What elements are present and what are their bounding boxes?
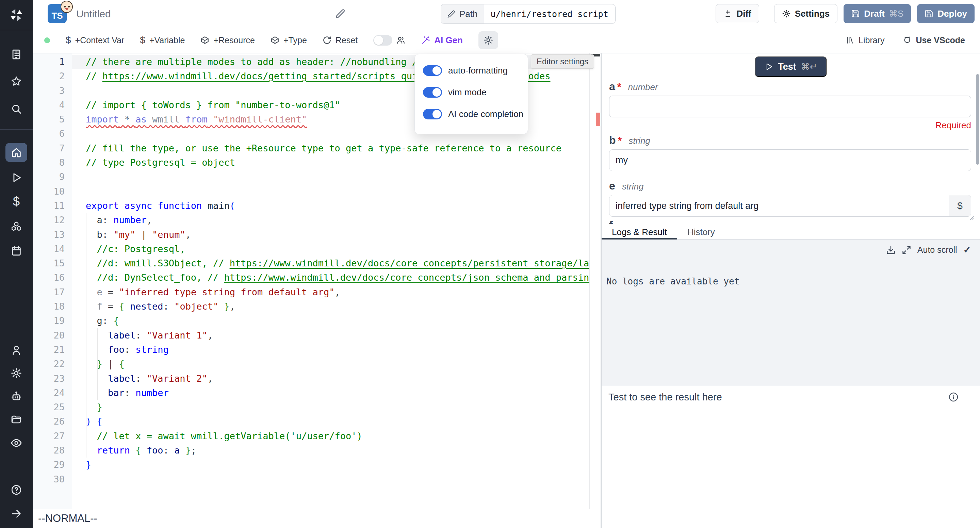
sidebar-item-settings[interactable] [8,365,24,382]
sidebar-item-collapse[interactable] [8,506,24,522]
diff-icon [724,9,732,18]
sidebar-item-workers[interactable] [8,388,24,404]
tab-history[interactable]: History [677,225,725,239]
edit-summary-icon[interactable] [335,8,345,19]
add-context-var-button[interactable]: $+Context Var [66,35,124,46]
line-number: 3 [33,84,65,98]
deploy-button[interactable]: Deploy [917,4,975,23]
multiplayer-toggle[interactable] [373,35,405,46]
sidebar-item-home[interactable] [5,143,27,162]
reset-button[interactable]: Reset [323,35,358,45]
error-marker [596,113,600,126]
line-number: 30 [33,472,65,487]
insert-variable-button[interactable]: $ [949,195,971,216]
code-line: //d: DynSelect_foo, // https://www.windm… [72,270,589,285]
line-number: 23 [33,372,65,386]
toggle-on[interactable] [423,109,442,119]
sidebar-item-resources[interactable] [8,218,24,234]
sidebar-item-folders[interactable] [8,411,24,428]
field-a: a * number Required [609,80,971,130]
toggle-label: AI code completion [448,109,523,119]
line-number: 19 [33,314,65,328]
line-number: 8 [33,156,65,170]
sidebar-item-variables[interactable]: $ [8,194,24,210]
autoscroll-label[interactable]: Auto scroll [917,245,957,255]
add-resource-button[interactable]: +Resource [200,35,255,45]
toggle-on[interactable] [423,87,442,98]
code-line: //d: wmill.S3Object, // https://www.wind… [72,256,589,270]
gear-icon [782,9,791,18]
overview-ruler[interactable] [589,53,601,509]
toggle-off[interactable] [373,35,392,46]
use-vscode-button[interactable]: Use VScode [903,35,965,45]
result-panel: Test to see the result here [601,386,980,528]
toggle-row-ai-code-completion[interactable]: AI code completion [423,103,520,125]
line-number: 12 [33,213,65,227]
dollar-icon: $ [13,195,20,209]
library-button[interactable]: Library [846,35,885,45]
download-icon[interactable] [886,245,896,255]
path-label: Path [460,9,478,19]
field-name: e [609,180,615,192]
field-type: number [628,82,658,92]
toggle-row-auto-formatting[interactable]: auto-formatting [423,60,520,81]
gear-icon [11,367,22,379]
code-line: // type Postgresql = object [72,156,589,170]
sidebar-item-account[interactable] [8,342,24,358]
vscode-icon [903,36,912,45]
draft-button[interactable]: Draft ⌘S [843,4,911,23]
add-type-button[interactable]: +Type [270,35,307,45]
vim-mode-indicator: --NORMAL-- [38,512,97,525]
sidebar-item-help[interactable] [8,482,24,498]
sidebar-item-audit[interactable] [8,435,24,451]
required-asterisk: * [618,135,622,146]
line-number: 22 [33,357,65,371]
sidebar-item-search[interactable] [8,101,24,117]
test-button[interactable]: Test ⌘↵ [755,56,827,77]
sidebar-divider [0,129,33,130]
line-number: 29 [33,458,65,472]
line-number: 1 [33,55,65,69]
ai-gen-button[interactable]: AI Gen [421,35,463,46]
line-number: 11 [33,199,65,213]
info-icon[interactable] [948,391,959,402]
line-number: 4 [33,98,65,112]
code-line [72,170,589,184]
sidebar-item-runs[interactable] [8,169,24,186]
code-line: label: "Variant 2", [72,372,589,386]
code-line: ) { [72,414,589,429]
editor-settings-button[interactable] [479,31,498,49]
path-field[interactable]: Path u/henri/restored_script [441,4,616,24]
toggle-on[interactable] [423,65,442,76]
line-number: 10 [33,184,65,199]
sidebar-item-schedules[interactable] [8,243,24,259]
diff-button[interactable]: Diff [716,4,759,23]
string-input-e[interactable]: inferred type string from default arg $ [609,195,971,217]
indent-guide [97,328,98,400]
sidebar-item-favorites[interactable] [8,73,24,89]
building-icon [11,49,22,60]
gutter: 1234567891011121314151617181920212223242… [33,55,65,487]
resize-handle[interactable] [969,215,974,221]
field-type: string [622,181,644,192]
add-variable-button[interactable]: $+Variable [140,35,185,46]
settings-button[interactable]: Settings [774,4,838,23]
code-line: } | { [72,357,589,371]
baby-emoji-badge [60,1,73,13]
expand-icon[interactable] [902,245,911,255]
no-logs-message: No logs are available yet [606,276,740,286]
toggle-row-vim-mode[interactable]: vim mode [423,81,520,103]
indent-guide [86,213,86,458]
tab-logs-result[interactable]: Logs & Result [601,225,677,239]
number-input-a[interactable] [609,95,971,118]
string-input-b[interactable]: my [609,149,971,171]
check-icon[interactable]: ✓ [963,244,971,256]
arrow-right-icon [11,508,22,520]
sidebar-item-workspace[interactable] [8,46,24,63]
home-icon [11,146,22,158]
code-line [72,472,589,487]
code-line: // fill the type, or use the +Resource t… [72,141,589,156]
panel-scrollbar[interactable] [976,74,979,165]
windmill-logo[interactable] [0,0,33,30]
star-icon [11,76,22,87]
